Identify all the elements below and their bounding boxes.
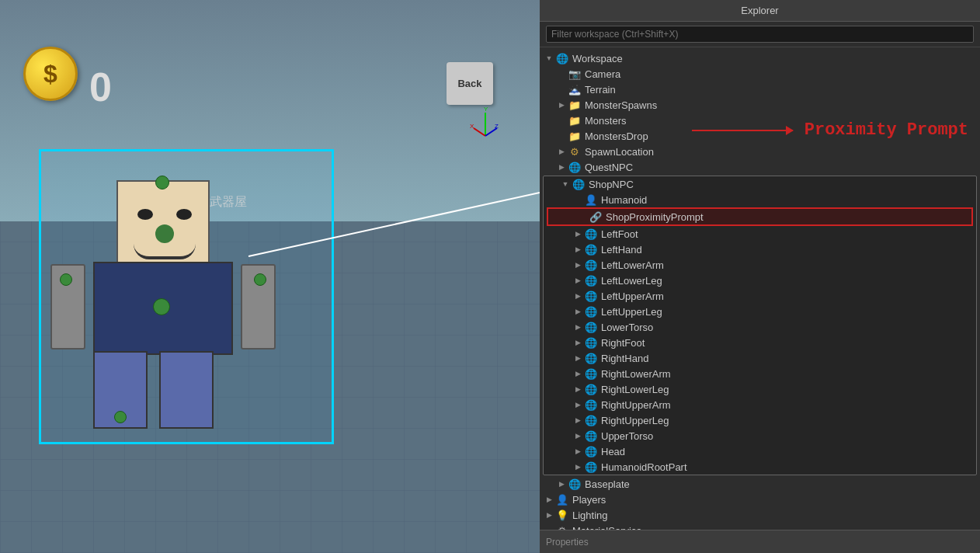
tree-item-leftupperleg[interactable]: ▶🌐LeftUpperLeg bbox=[544, 304, 976, 319]
tree-item-shopnpc[interactable]: ▼🌐ShopNPC bbox=[544, 176, 976, 192]
tree-item-leftlowerleg[interactable]: ▶🌐LeftLowerLeg bbox=[544, 273, 976, 288]
expand-arrow-monsters[interactable] bbox=[555, 114, 568, 127]
tree-item-rightfoot[interactable]: ▶🌐RightFoot bbox=[544, 335, 976, 350]
expand-arrow-questnpc[interactable]: ▶ bbox=[555, 161, 568, 173]
tree-item-head[interactable]: ▶🌐Head bbox=[544, 443, 976, 459]
label-monsters: Monsters bbox=[585, 115, 626, 127]
tree-item-materialservice[interactable]: ⚙MaterialService bbox=[540, 523, 980, 530]
tree-item-spawnlocation[interactable]: ▶⚙SpawnLocation bbox=[540, 144, 980, 159]
expand-arrow-lowertorso[interactable]: ▶ bbox=[572, 321, 584, 333]
green-dot-torso bbox=[153, 298, 170, 315]
expand-arrow-monsterspawns[interactable]: ▶ bbox=[555, 99, 568, 111]
label-workspace: Workspace bbox=[572, 53, 623, 64]
tree-item-leftlowerarm[interactable]: ▶🌐LeftLowerArm bbox=[544, 257, 976, 273]
label-head: Head bbox=[601, 446, 625, 457]
expand-arrow-workspace[interactable]: ▼ bbox=[543, 52, 555, 64]
icon-rightupperleg: 🌐 bbox=[584, 413, 598, 427]
svg-text:Y: Y bbox=[484, 106, 488, 113]
expand-arrow-rightupperarm[interactable]: ▶ bbox=[572, 398, 584, 411]
label-questnpc: QuestNPC bbox=[585, 162, 633, 173]
npc-eye-left bbox=[137, 209, 153, 220]
icon-camera: 📷 bbox=[568, 67, 582, 81]
proximity-prompt-label: Proximity Prompt bbox=[805, 120, 968, 140]
filter-input[interactable] bbox=[546, 26, 974, 43]
icon-questnpc: 🌐 bbox=[568, 160, 582, 174]
tree-item-monsterspawns[interactable]: ▶📁MonsterSpawns bbox=[540, 97, 980, 113]
expand-arrow-rightlowerleg[interactable]: ▶ bbox=[572, 383, 584, 395]
npc-nose bbox=[155, 224, 174, 243]
svg-text:X: X bbox=[470, 123, 474, 130]
expand-arrow-terrain[interactable] bbox=[555, 83, 568, 96]
tree-item-shopproximityprompt[interactable]: 🔗ShopProximityPrompt bbox=[547, 207, 973, 226]
expand-arrow-monstersdrop[interactable] bbox=[555, 130, 568, 142]
expand-arrow-humanoidrootpart[interactable]: ▶ bbox=[572, 461, 584, 473]
coin-icon: $ bbox=[23, 47, 78, 101]
tree-item-lowertorso[interactable]: ▶🌐LowerTorso bbox=[544, 319, 976, 335]
icon-leftupperleg: 🌐 bbox=[584, 304, 598, 318]
icon-rightfoot: 🌐 bbox=[584, 336, 598, 350]
expand-arrow-shopproximityprompt[interactable] bbox=[576, 210, 589, 223]
expand-arrow-rightupperleg[interactable]: ▶ bbox=[572, 414, 584, 426]
expand-arrow-leftupperarm[interactable]: ▶ bbox=[572, 290, 584, 302]
tree-item-baseplate[interactable]: ▶🌐Baseplate bbox=[540, 476, 980, 492]
icon-workspace: 🌐 bbox=[555, 51, 569, 65]
expand-arrow-baseplate[interactable]: ▶ bbox=[555, 478, 568, 490]
annotation-arrowhead bbox=[786, 126, 794, 135]
expand-arrow-righthand[interactable]: ▶ bbox=[572, 352, 584, 364]
tree-item-leftupperarm[interactable]: ▶🌐LeftUpperArm bbox=[544, 288, 976, 304]
npc-container bbox=[23, 134, 349, 460]
label-rightlowerarm: RightLowerArm bbox=[601, 368, 671, 380]
expand-arrow-players[interactable]: ▶ bbox=[543, 493, 555, 506]
expand-arrow-leftupperleg[interactable]: ▶ bbox=[572, 305, 584, 318]
tree-item-camera[interactable]: 📷Camera bbox=[540, 66, 980, 82]
tree-item-rightlowerarm[interactable]: ▶🌐RightLowerArm bbox=[544, 366, 976, 381]
label-shopnpc: ShopNPC bbox=[589, 179, 634, 190]
icon-leftfoot: 🌐 bbox=[584, 227, 598, 241]
tree-item-leftfoot[interactable]: ▶🌐LeftFoot bbox=[544, 226, 976, 242]
expand-arrow-camera[interactable] bbox=[555, 68, 568, 80]
back-button[interactable]: Back bbox=[447, 62, 493, 105]
tree-item-humanoid[interactable]: 👤Humanoid bbox=[544, 192, 976, 207]
explorer-title: Explorer bbox=[741, 5, 778, 16]
expand-arrow-shopnpc[interactable]: ▼ bbox=[559, 178, 572, 190]
expand-arrow-rightfoot[interactable]: ▶ bbox=[572, 336, 584, 349]
tree-item-lefthand[interactable]: ▶🌐LeftHand bbox=[544, 242, 976, 257]
label-spawnlocation: SpawnLocation bbox=[585, 146, 654, 158]
tree-item-rightupperleg[interactable]: ▶🌐RightUpperLeg bbox=[544, 412, 976, 428]
tree-item-uppertorso[interactable]: ▶🌐UpperTorso bbox=[544, 428, 976, 443]
tree-item-questnpc[interactable]: ▶🌐QuestNPC bbox=[540, 159, 980, 175]
tree-item-righthand[interactable]: ▶🌐RightHand bbox=[544, 350, 976, 366]
svg-text:Z: Z bbox=[495, 123, 499, 130]
icon-players: 👤 bbox=[555, 492, 569, 506]
npc-torso bbox=[93, 262, 233, 355]
expand-arrow-leftlowerleg[interactable]: ▶ bbox=[572, 274, 584, 287]
tree-item-lighting[interactable]: ▶💡Lighting bbox=[540, 507, 980, 523]
viewport: $ 0 武器屋 Back Y X Z bbox=[0, 0, 540, 553]
expand-arrow-leftfoot[interactable]: ▶ bbox=[572, 228, 584, 240]
tree-item-terrain[interactable]: 🗻Terrain bbox=[540, 82, 980, 97]
expand-arrow-leftlowerarm[interactable]: ▶ bbox=[572, 259, 584, 271]
expand-arrow-humanoid[interactable] bbox=[572, 193, 584, 206]
label-rightupperarm: RightUpperArm bbox=[601, 399, 671, 411]
expand-arrow-uppertorso[interactable]: ▶ bbox=[572, 430, 584, 442]
expand-arrow-lighting[interactable]: ▶ bbox=[543, 509, 555, 521]
tree-item-players[interactable]: ▶👤Players bbox=[540, 492, 980, 507]
expand-arrow-materialservice[interactable] bbox=[543, 524, 555, 530]
tree-item-rightupperarm[interactable]: ▶🌐RightUpperArm bbox=[544, 397, 976, 412]
npc-head bbox=[116, 180, 210, 266]
label-rightupperleg: RightUpperLeg bbox=[601, 415, 669, 426]
expand-arrow-spawnlocation[interactable]: ▶ bbox=[555, 145, 568, 158]
expand-arrow-lefthand[interactable]: ▶ bbox=[572, 243, 584, 256]
icon-leftlowerarm: 🌐 bbox=[584, 258, 598, 272]
icon-rightlowerleg: 🌐 bbox=[584, 382, 598, 396]
icon-spawnlocation: ⚙ bbox=[568, 144, 582, 158]
explorer-panel: Explorer ▼🌐Workspace📷Camera🗻Terrain▶📁Mon… bbox=[540, 0, 980, 553]
tree-item-humanoidrootpart[interactable]: ▶🌐HumanoidRootPart bbox=[544, 459, 976, 475]
label-lighting: Lighting bbox=[572, 510, 608, 521]
shopnpc-group: ▼🌐ShopNPC👤Humanoid🔗ShopProximityPrompt▶🌐… bbox=[543, 176, 977, 475]
tree-item-rightlowerleg[interactable]: ▶🌐RightLowerLeg bbox=[544, 381, 976, 397]
expand-arrow-head[interactable]: ▶ bbox=[572, 445, 584, 457]
expand-arrow-rightlowerarm[interactable]: ▶ bbox=[572, 367, 584, 380]
annotation-arrow-line bbox=[692, 130, 793, 131]
tree-item-workspace[interactable]: ▼🌐Workspace bbox=[540, 50, 980, 66]
